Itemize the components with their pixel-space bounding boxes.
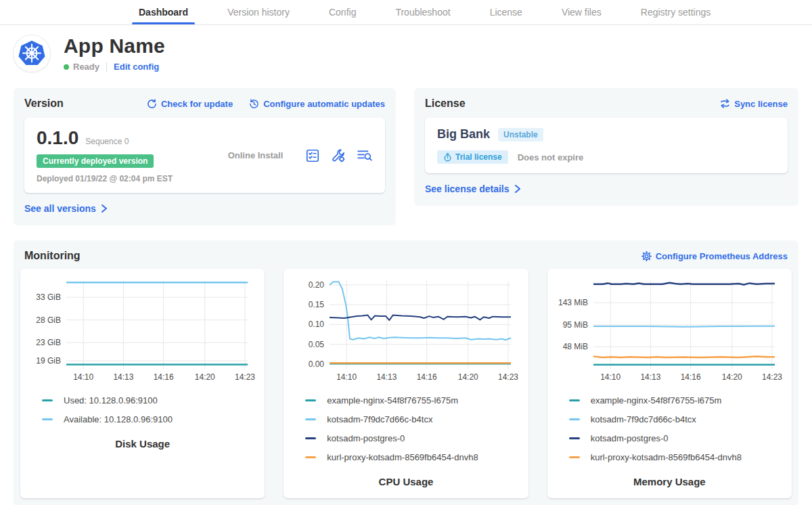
legend-label: example-nginx-54f8f76755-l675m <box>591 395 722 405</box>
app-logo <box>14 35 50 72</box>
trial-license-badge: Trial license <box>437 150 508 164</box>
legend-item: kotsadm-postgres-0 <box>569 429 788 447</box>
gear-icon <box>641 251 652 261</box>
svg-text:14:20: 14:20 <box>721 372 742 382</box>
memory-usage-chart: 143 MiB95 MiB48 MiB14:1014:1314:1614:201… <box>551 277 787 385</box>
app-header: App Name Ready Edit config <box>0 25 812 83</box>
legend-label: kotsadm-postgres-0 <box>591 433 669 443</box>
series-line <box>593 357 775 357</box>
svg-text:19 GiB: 19 GiB <box>36 356 61 366</box>
deployed-badge: Currently deployed version <box>37 154 154 168</box>
svg-text:14:10: 14:10 <box>337 372 357 382</box>
svg-text:14:16: 14:16 <box>417 372 437 382</box>
legend-item: example-nginx-54f8f76755-l675m <box>305 391 524 410</box>
legend-dash-icon <box>305 418 316 420</box>
sync-license-link[interactable]: Sync license <box>720 99 788 109</box>
clock-refresh-icon <box>249 99 259 109</box>
deploy-logs-icon[interactable] <box>357 148 373 163</box>
svg-text:14:16: 14:16 <box>154 372 174 382</box>
edit-config-icon[interactable] <box>331 148 346 163</box>
disk-usage-legend: Used: 10.128.0.96:9100Available: 10.128.… <box>24 385 261 429</box>
see-all-versions-link[interactable]: See all versions <box>24 203 108 214</box>
cpu-usage-chart-card: 0.200.150.100.050.0014:1014:1314:1614:20… <box>284 269 528 498</box>
edit-config-link[interactable]: Edit config <box>114 62 159 72</box>
status-dot-icon <box>64 64 69 70</box>
svg-text:0.05: 0.05 <box>309 340 325 349</box>
chart-title: Disk Usage <box>24 438 261 449</box>
license-card-title: License <box>425 97 466 110</box>
legend-dash-icon <box>569 418 580 420</box>
license-customer-name: Big Bank <box>437 127 490 141</box>
svg-text:14:10: 14:10 <box>73 372 93 382</box>
svg-text:0.15: 0.15 <box>309 300 325 309</box>
license-expiry: Does not expire <box>518 152 584 162</box>
top-nav: DashboardVersion historyConfigTroublesho… <box>0 0 812 25</box>
legend-dash-icon <box>569 437 580 439</box>
status-label: Ready <box>73 62 99 72</box>
nav-tab-dashboard[interactable]: Dashboard <box>125 0 202 24</box>
check-for-update-link[interactable]: Check for update <box>147 99 233 109</box>
legend-item: kurl-proxy-kotsadm-8569fb6454-dnvh8 <box>569 447 788 466</box>
preflight-checks-icon[interactable] <box>305 148 320 163</box>
series-line <box>330 282 511 340</box>
configure-prometheus-link[interactable]: Configure Prometheus Address <box>641 251 788 261</box>
svg-text:14:16: 14:16 <box>680 372 700 382</box>
legend-item: example-nginx-54f8f76755-l675m <box>569 391 788 410</box>
legend-label: kotsadm-7f9dc7d66c-b4tcx <box>591 414 696 424</box>
version-number: 0.1.0 <box>37 127 78 149</box>
license-card: License Sync license Big Bank Unstable <box>414 88 798 206</box>
monitoring-section: Monitoring Configure Prometheus Address <box>14 240 798 505</box>
svg-text:14:20: 14:20 <box>195 372 215 382</box>
svg-text:23 GiB: 23 GiB <box>36 338 61 347</box>
svg-text:95 MiB: 95 MiB <box>562 320 587 330</box>
nav-tab-registry-settings[interactable]: Registry settings <box>627 0 724 24</box>
nav-tab-license[interactable]: License <box>476 0 536 24</box>
legend-label: kurl-proxy-kotsadm-8569fb6454-dnvh8 <box>591 452 742 462</box>
memory-usage-legend: example-nginx-54f8f76755-l675mkotsadm-7f… <box>551 385 788 466</box>
kubernetes-icon <box>18 40 45 67</box>
chart-title: Memory Usage <box>551 476 788 487</box>
version-card: Version Check for update <box>14 88 396 225</box>
app-name: App Name <box>64 35 165 58</box>
svg-text:14:10: 14:10 <box>600 372 621 382</box>
chevron-right-icon <box>514 184 522 194</box>
series-line <box>330 315 511 320</box>
license-detail-card: Big Bank Unstable Trial license Do <box>425 118 788 173</box>
svg-text:14:13: 14:13 <box>113 372 133 382</box>
legend-label: kotsadm-postgres-0 <box>327 433 405 443</box>
svg-text:28 GiB: 28 GiB <box>36 315 61 325</box>
svg-text:14:13: 14:13 <box>640 372 660 382</box>
refresh-icon <box>147 99 157 109</box>
legend-label: kurl-proxy-kotsadm-8569fb6454-dnvh8 <box>327 452 478 462</box>
see-license-details-link[interactable]: See license details <box>425 183 522 194</box>
version-card-title: Version <box>24 97 64 110</box>
configure-automatic-updates-link[interactable]: Configure automatic updates <box>249 99 385 109</box>
legend-item: Available: 10.128.0.96:9100 <box>42 410 261 429</box>
disk-usage-chart-card: 33 GiB28 GiB23 GiB19 GiB14:1014:1314:161… <box>20 269 265 498</box>
cpu-usage-legend: example-nginx-54f8f76755-l675mkotsadm-7f… <box>288 385 524 466</box>
legend-label: kotsadm-7f9dc7d66c-b4tcx <box>327 414 432 424</box>
divider <box>106 62 107 72</box>
legend-dash-icon <box>42 399 53 401</box>
svg-text:14:20: 14:20 <box>458 372 478 382</box>
svg-text:0.10: 0.10 <box>309 320 325 329</box>
nav-tab-troubleshoot[interactable]: Troubleshoot <box>382 0 464 24</box>
stopwatch-icon <box>443 153 452 162</box>
legend-dash-icon <box>569 456 580 458</box>
chevron-right-icon <box>100 204 108 213</box>
legend-label: example-nginx-54f8f76755-l675m <box>327 395 458 405</box>
memory-usage-chart-card: 143 MiB95 MiB48 MiB14:1014:1314:1614:201… <box>547 269 792 498</box>
nav-tab-config[interactable]: Config <box>315 0 369 24</box>
nav-tab-view-files[interactable]: View files <box>548 0 615 24</box>
svg-text:0.20: 0.20 <box>309 280 325 290</box>
svg-text:33 GiB: 33 GiB <box>36 292 61 302</box>
nav-tab-version-history[interactable]: Version history <box>214 0 303 24</box>
channel-badge: Unstable <box>498 128 543 141</box>
disk-usage-chart: 33 GiB28 GiB23 GiB19 GiB14:1014:1314:161… <box>24 277 260 385</box>
install-type-label: Online Install <box>206 150 305 160</box>
chart-title: CPU Usage <box>288 476 524 487</box>
legend-dash-icon <box>305 437 316 439</box>
legend-dash-icon <box>42 418 53 420</box>
cpu-usage-chart: 0.200.150.100.050.0014:1014:1314:1614:20… <box>288 277 523 385</box>
legend-label: Used: 10.128.0.96:9100 <box>64 395 158 405</box>
